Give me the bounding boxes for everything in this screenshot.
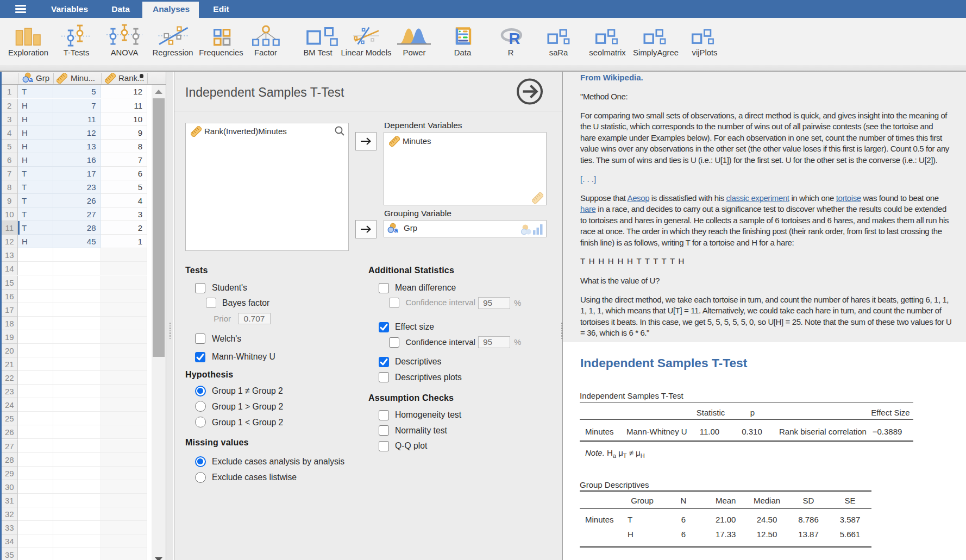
svg-text:R: R bbox=[509, 30, 520, 47]
